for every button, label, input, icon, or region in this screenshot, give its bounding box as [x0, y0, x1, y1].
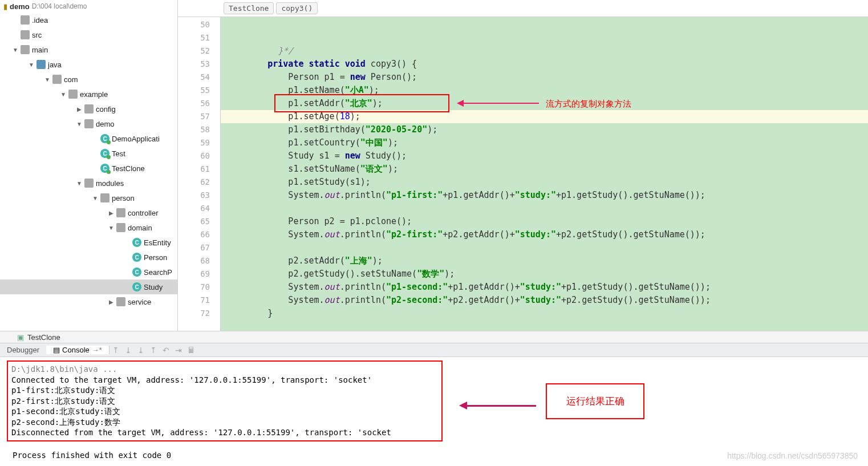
tree-expand-icon — [122, 282, 132, 292]
drop-frame-icon[interactable]: ↶ — [160, 346, 172, 355]
tab-debugger[interactable]: Debugger — [0, 346, 46, 354]
folder-icon — [21, 45, 30, 54]
run-config-icon: ▣ — [17, 333, 24, 342]
tree-label: example — [80, 90, 108, 99]
tree-item-esentity[interactable]: CEsEntity — [0, 235, 177, 250]
tree-item-searchp[interactable]: CSearchP — [0, 265, 177, 279]
debug-tab-bar: Debugger ▤ Console →* ⤒ ⤓ ⤓ ⤒ ↶ ⇥ 🖩 — [0, 343, 868, 357]
tree-expand-icon[interactable]: ▼ — [10, 44, 21, 55]
tree-item-testclone[interactable]: CTestClone — [0, 161, 177, 176]
tree-expand-icon[interactable]: ▼ — [42, 74, 52, 84]
project-folder-icon: ▮ — [3, 2, 7, 11]
tree-expand-icon — [90, 133, 100, 144]
pin-icon: →* — [92, 346, 102, 354]
tree-expand-icon[interactable]: ▼ — [74, 119, 84, 129]
tree-item-com[interactable]: ▼com — [0, 72, 177, 87]
tree-item-demo[interactable]: ▼demo — [0, 116, 177, 131]
tree-label: Test — [112, 149, 125, 158]
breadcrumb-bar: TestClone copy3() — [178, 0, 868, 17]
class-icon: C — [132, 268, 141, 277]
tree-label: modules — [96, 179, 124, 188]
folder-icon — [84, 179, 94, 188]
tree-expand-icon — [122, 237, 132, 248]
code-editor[interactable]: }*/ private static void copy3() { Person… — [221, 17, 868, 331]
class-icon: C — [132, 238, 141, 247]
breadcrumb-method[interactable]: copy3() — [276, 2, 318, 14]
class-icon: C — [100, 134, 109, 143]
folder-icon — [100, 193, 109, 202]
tree-item-person[interactable]: CPerson — [0, 250, 177, 265]
tree-expand-icon — [10, 30, 21, 40]
tab-console-label: Console — [62, 346, 90, 354]
arrow-icon — [462, 405, 536, 407]
project-path: D:\004 local\demo — [32, 2, 87, 10]
tree-item-example[interactable]: ▼example — [0, 87, 177, 102]
tree-item-config[interactable]: ▶config — [0, 102, 177, 116]
tree-expand-icon[interactable]: ▼ — [58, 89, 68, 99]
tree-label: .idea — [32, 16, 48, 25]
tree-item-person[interactable]: ▼person — [0, 191, 177, 205]
folder-icon — [84, 119, 94, 128]
tree-expand-icon[interactable]: ▼ — [90, 193, 100, 203]
tree-expand-icon — [122, 267, 132, 277]
tree-item-demoapplicati[interactable]: CDemoApplicati — [0, 131, 177, 146]
console-panel: D:\jdk1.8\bin\java ... Connected to the … — [0, 357, 868, 465]
tab-console[interactable]: ▤ Console →* — [46, 346, 109, 354]
tree-label: domain — [128, 224, 152, 232]
tree-label: controller — [128, 209, 158, 217]
line-gutter: 5051525354555657585960616263646566676869… — [178, 17, 221, 331]
tree-label: config — [96, 105, 116, 114]
step-over-icon[interactable]: ⤒ — [109, 346, 122, 355]
class-icon: C — [132, 282, 141, 291]
run-to-cursor-icon[interactable]: ⇥ — [172, 346, 185, 355]
tree-item-test[interactable]: CTest — [0, 146, 177, 161]
project-tree: ▮ demo D:\004 local\demo .ideasrc▼main▼j… — [0, 0, 178, 331]
tree-expand-icon — [122, 252, 132, 262]
class-icon: C — [100, 149, 109, 158]
tree-label: DemoApplicati — [112, 135, 160, 143]
tree-label: SearchP — [144, 268, 172, 277]
step-into-icon[interactable]: ⤓ — [122, 346, 135, 355]
console-output[interactable]: D:\jdk1.8\bin\java ... Connected to the … — [7, 360, 443, 441]
arrow-icon — [459, 103, 539, 104]
run-tab-strip: ▣ TestClone — [0, 331, 868, 343]
calc-icon[interactable]: 🖩 — [185, 346, 197, 355]
code-annotation: 流方式的复制对象方法 — [546, 97, 631, 110]
step-out-icon[interactable]: ⤒ — [147, 346, 160, 355]
tree-item-service[interactable]: ▶service — [0, 294, 177, 309]
tree-item-java[interactable]: ▼java — [0, 57, 177, 72]
tree-label: demo — [96, 120, 115, 128]
tree-expand-icon — [90, 148, 100, 159]
tree-item-controller[interactable]: ▶controller — [0, 205, 177, 220]
class-icon: C — [132, 253, 141, 262]
folder-icon — [116, 297, 125, 306]
class-icon: C — [100, 164, 109, 173]
tree-header[interactable]: ▮ demo D:\004 local\demo — [0, 0, 177, 13]
run-config-label[interactable]: TestClone — [27, 333, 60, 342]
folder-icon — [116, 223, 125, 232]
tree-expand-icon[interactable]: ▼ — [74, 178, 84, 188]
folder-icon — [21, 15, 30, 25]
tree-label: Study — [144, 283, 163, 291]
tree-expand-icon[interactable]: ▼ — [106, 222, 116, 233]
folder-icon — [21, 30, 30, 39]
tree-item-main[interactable]: ▼main — [0, 42, 177, 57]
tree-expand-icon[interactable]: ▶ — [74, 104, 84, 114]
tree-item-modules[interactable]: ▼modules — [0, 176, 177, 191]
tree-label: person — [112, 194, 135, 202]
tree-item-.idea[interactable]: .idea — [0, 13, 177, 27]
tree-item-domain[interactable]: ▼domain — [0, 220, 177, 235]
tree-expand-icon[interactable]: ▶ — [106, 297, 116, 307]
tree-expand-icon[interactable]: ▼ — [26, 59, 36, 70]
tree-expand-icon[interactable]: ▶ — [106, 208, 116, 218]
folder-icon — [116, 208, 125, 217]
watermark: https://blog.csdn.net/csdn565973850 — [727, 451, 858, 460]
folder-icon — [68, 90, 78, 99]
editor-area: TestClone copy3() 5051525354555657585960… — [178, 0, 868, 331]
breadcrumb-class[interactable]: TestClone — [224, 2, 274, 14]
tree-label: java — [48, 60, 62, 69]
tree-item-study[interactable]: CStudy — [0, 279, 177, 294]
tree-label: EsEntity — [144, 238, 171, 247]
tree-item-src[interactable]: src — [0, 27, 177, 42]
step-into2-icon[interactable]: ⤓ — [135, 346, 147, 355]
